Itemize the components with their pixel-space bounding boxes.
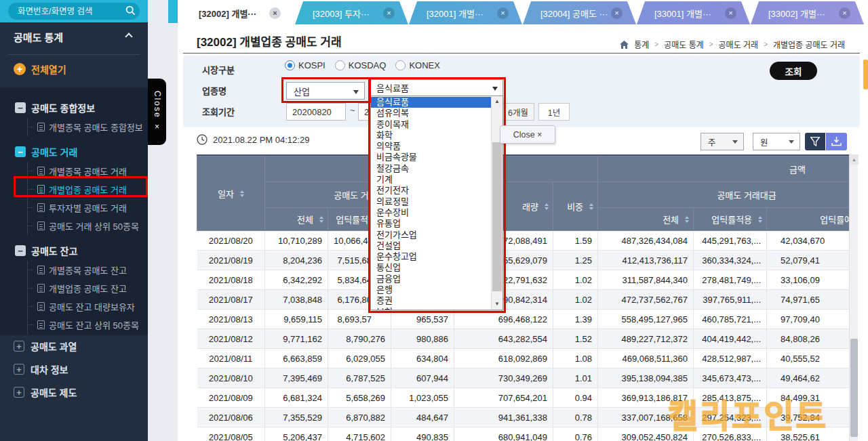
scrollbar-thumb[interactable] — [850, 339, 858, 437]
table-cell: 2021/08/18 — [197, 270, 265, 290]
breadcrumb-item[interactable]: 공매도 통계 — [664, 39, 704, 50]
table-row: 2021/08/198,204,2367,515,68655,629,0791.… — [197, 251, 850, 270]
funnel-icon — [810, 137, 820, 146]
unit-week-select[interactable]: 주 — [701, 133, 744, 150]
sidebar-item[interactable]: 공매도 잔고 상위 50종목 — [28, 316, 148, 334]
sidebar-item[interactable]: 개별업종 공매도 잔고 — [28, 279, 148, 297]
period-1year-button[interactable]: 1년 — [538, 103, 570, 121]
radio-label: KOSPI — [298, 60, 326, 70]
sidebar-item-label: 공매도 잔고 상위 50종목 — [49, 318, 139, 331]
period-from-input[interactable] — [286, 103, 346, 121]
sidebar-item-1[interactable]: −공매도 거래 — [0, 142, 148, 162]
table-cell: 412,413,736,117 — [598, 251, 694, 270]
table-cell: 1.02 — [553, 270, 598, 290]
chevron-down-icon — [732, 140, 738, 146]
sort-icon[interactable] — [685, 214, 689, 225]
table-cell: 730,349,269 — [454, 369, 553, 388]
table-cell: 634,804 — [391, 349, 454, 369]
sort-icon[interactable] — [319, 214, 323, 225]
breadcrumb-separator: > — [654, 41, 658, 48]
sidebar-section-title[interactable]: 공매도 통계 — [14, 30, 134, 44]
period-separator: ~ — [350, 105, 355, 115]
sort-icon[interactable] — [545, 201, 549, 212]
table-row: 2021/08/186,342,2925,834,64622,791,6321.… — [197, 270, 850, 290]
scroll-up-icon[interactable]: ▲ — [850, 154, 859, 165]
sidebar-item-label: 공매도 잔고 대량보유자 — [49, 300, 135, 313]
doc-icon — [37, 320, 45, 329]
col-header-vol-total[interactable]: 전체 — [265, 208, 328, 231]
table-cell: 607,944 — [391, 369, 454, 388]
tab-6[interactable]: [33002] 개별···× — [751, 1, 864, 24]
period-6month-button[interactable]: 6개월 — [502, 103, 534, 121]
screen-search-input[interactable] — [8, 3, 140, 20]
search-icon[interactable] — [125, 5, 136, 16]
unit-currency-select[interactable]: 원 — [753, 133, 800, 150]
unit-currency-value: 원 — [760, 135, 768, 148]
sort-icon[interactable] — [240, 188, 244, 199]
tab-bar: [32002] 개별···×[32003] 투자···×[32001] 개별··… — [178, 0, 868, 24]
breadcrumb-item[interactable]: 공매도 거래 — [719, 39, 759, 50]
plus-box-icon[interactable]: + — [14, 341, 24, 352]
breadcrumb-item[interactable]: 개별업종 공매도 거래 — [773, 39, 845, 50]
col-group-short-amount: 공매도 거래대금 — [598, 182, 849, 208]
page-title: [32002] 개별업종 공매도 거래 — [197, 33, 342, 49]
sidebar-item[interactable]: 투자자별 공매도 거래 — [28, 198, 148, 217]
tab-close-icon[interactable]: × — [725, 7, 736, 19]
sidebar-item-5[interactable]: +공매도 제도 — [0, 381, 148, 404]
table-cell: 558,495,127,965 — [598, 310, 694, 329]
breadcrumb-item[interactable]: 통계 — [634, 39, 649, 50]
chevron-up-icon — [125, 33, 132, 40]
tab-close-icon[interactable]: × — [497, 7, 509, 19]
home-icon[interactable] — [620, 41, 629, 49]
tab-close-icon[interactable]: × — [383, 7, 395, 19]
tab-1[interactable]: [32002] 개별···× — [181, 1, 294, 24]
sidebar-item[interactable]: 개별종목 공매도 종합정보 — [28, 118, 148, 136]
sidebar-subtree: 개별종목 공매도 잔고개별업종 공매도 잔고공매도 잔고 대량보유자공매도 잔고… — [27, 261, 148, 334]
col-header-amt-exempt[interactable]: 업틱률예외 — [767, 208, 849, 231]
market-radio-kospi[interactable]: KOSPI — [285, 60, 326, 70]
table-cell: 2021/08/13 — [197, 310, 265, 329]
search-button[interactable]: 조회 — [770, 62, 817, 80]
sidebar-item[interactable]: 공매도 잔고 대량보유자 — [28, 297, 148, 316]
tab-4[interactable]: [32004] 공매도 ···× — [523, 1, 636, 24]
minus-box-icon[interactable]: − — [15, 146, 26, 157]
market-radio-konex[interactable]: KONEX — [395, 60, 440, 70]
tab-close-icon[interactable]: × — [839, 7, 850, 19]
filter-button[interactable] — [805, 133, 825, 150]
expand-all-button[interactable]: + 전체열기 — [14, 62, 66, 76]
sidebar-item-3[interactable]: +공매도 과열 — [0, 335, 148, 358]
sidebar-item-4[interactable]: +대차 정보 — [0, 358, 148, 381]
col-header-date[interactable]: 일자 — [197, 156, 265, 231]
table-cell: 4,715,602 — [328, 427, 391, 441]
plus-box-icon[interactable]: + — [14, 364, 24, 375]
col-header-amt-total[interactable]: 전체 — [598, 208, 694, 231]
table-cell: 397,765,911,... — [694, 290, 767, 310]
table-cell: 0.76 — [553, 427, 598, 441]
table-scrollbar[interactable]: ▲ — [849, 154, 858, 441]
table-cell: 490,835 — [391, 427, 454, 441]
col-header-ratio[interactable]: 비중 — [553, 182, 598, 231]
annotation-box — [281, 77, 371, 103]
minus-box-icon[interactable]: − — [15, 245, 26, 256]
sidebar-item[interactable]: 공매도 거래 상위 50종목 — [28, 217, 148, 235]
minus-box-icon[interactable]: − — [15, 102, 26, 113]
tab-3[interactable]: [32001] 개별···× — [409, 1, 522, 24]
sidebar-item[interactable]: 개별종목 공매도 잔고 — [28, 261, 148, 279]
table-cell: 2021/08/09 — [197, 388, 265, 408]
watermark-fragment — [863, 60, 868, 89]
plus-box-icon[interactable]: + — [14, 387, 24, 398]
tab-2[interactable]: [32003] 투자···× — [295, 1, 408, 24]
sort-icon[interactable] — [758, 214, 762, 225]
sidebar-item-0[interactable]: −공매도 종합정보 — [0, 98, 148, 118]
download-button[interactable] — [826, 133, 847, 150]
tab-close-icon[interactable]: × — [269, 7, 281, 19]
tab-close-icon[interactable]: × — [611, 7, 623, 19]
col-header-amt-uptick[interactable]: 업틱률적용 — [694, 208, 767, 231]
market-radio-kosdaq[interactable]: KOSDAQ — [335, 60, 387, 70]
sidebar-close-tab[interactable]: Close × — [148, 79, 166, 145]
tab-5[interactable]: [33001] 개별···× — [637, 1, 750, 24]
annotation-close-button[interactable]: Close × — [500, 125, 555, 144]
table-cell: 0.94 — [553, 388, 598, 408]
sidebar-item-2[interactable]: −공매도 잔고 — [0, 240, 148, 261]
sort-icon[interactable] — [589, 201, 593, 212]
